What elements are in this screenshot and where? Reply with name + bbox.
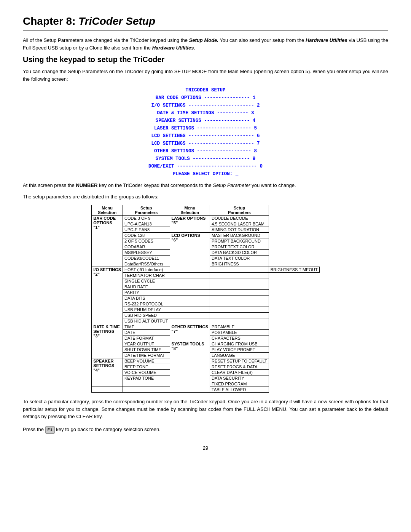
setup-menu-item-3: DATE & TIME SETTINGS ----------- 3: [23, 109, 388, 117]
table-row: SINGLE CYCLE: [92, 278, 319, 284]
right-empty-3b: [210, 284, 269, 290]
intro-paragraph: All of the Setup Parameters are changed …: [23, 37, 388, 51]
param-io-5: PARITY: [123, 290, 170, 296]
setup-menu-item-9: SYSTEM TOOLS -------------------- 9: [23, 155, 388, 163]
param-sys-2: PLAY VOICE PROMPT: [210, 347, 269, 353]
param-sys-3: LANGUAGE: [210, 353, 269, 358]
right-empty-2b: [210, 278, 269, 284]
param-io-1: HOST (I/O Interface): [123, 267, 170, 273]
table-row: CODE 128 LCD OPTIONS"6" MASTER BACKGROUN…: [92, 233, 319, 238]
menu-barcode: BAR CODEOPTIONS"1": [92, 216, 123, 267]
param-dt-2: DATE: [123, 330, 170, 335]
param-lcd-3: PROMT TEXT COLOR: [210, 244, 269, 250]
menu-other: OTHER SETTINGS"7": [170, 324, 210, 341]
table-row: USB HID SPEED: [92, 313, 319, 318]
param-spk-4: KEYPAD TONE: [123, 375, 170, 381]
param-io-4: BAUD RATE: [123, 284, 170, 290]
intro-text-2: You can also send your setup from the: [218, 37, 306, 43]
menu-speaker: SPEAKERSETTINGS"4": [92, 358, 123, 381]
param-lcd-8: BRIGHTNESS TIMEOUT: [269, 267, 319, 273]
param-sys-6: CLEAR DATA FILE(S): [210, 370, 269, 375]
setup-menu-item-1: BAR CODE OPTIONS ---------------- 1: [23, 94, 388, 102]
table-row: USB HID ALT OUTPUT: [92, 318, 319, 324]
param-sys-7: DATA SECURITY: [210, 375, 269, 381]
menu-datetime: DATE & TIMESETTINGS"3": [92, 324, 123, 358]
setup-menu-display: TRICODER SETUP BAR CODE OPTIONS --------…: [23, 86, 388, 178]
param-lcd-4: DATA BACKGD COLOR: [210, 250, 269, 256]
param-lcd-2: PROMPT BACKGROUND: [210, 238, 269, 244]
param-io-2: TERMINATOR CHAR: [123, 273, 170, 278]
param-sys-8: FIXED PROGRAM: [210, 381, 269, 387]
param-sys-1: CHARGING FROM USB: [210, 341, 269, 347]
param-barcode-5: 2 OF 5 CODES: [123, 238, 170, 244]
table-row: PARITY: [92, 290, 319, 296]
table-row: DATA BITS: [92, 296, 319, 301]
param-barcode-3: UPC-E EAN8: [123, 227, 170, 233]
param-lcd-5: DATA TEXT COLOR: [210, 256, 269, 261]
between-text: At this screen press the NUMBER key on t…: [23, 182, 388, 189]
col-header-setup-params-2: SetupParameters: [210, 205, 269, 216]
setup-menu-item-7: LCD SETTINGS ----------------------- 7: [23, 140, 388, 147]
col-header-menu-sel-2: MenuSelection: [170, 205, 210, 216]
param-spk-3: VOICE VOLUME: [123, 370, 170, 375]
bottom-paragraph: To select a particular category, press t…: [23, 398, 388, 420]
chapter-title-text: TriCoder Setup: [78, 15, 155, 27]
param-other-2: POSTAMBLE: [210, 330, 269, 335]
right-empty-3: [170, 284, 210, 290]
setup-menu-item-8: OTHER SETTINGS ------------------- 8: [23, 147, 388, 155]
setup-menu-prompt: PLEASE SELECT OPTION: _: [23, 170, 388, 178]
setup-menu-item-4: SPEAKER SETTINGS ---------------- 4: [23, 117, 388, 125]
right-empty-5b: [210, 296, 269, 301]
right-empty-7: [170, 307, 210, 313]
right-empty-6: [170, 301, 210, 307]
intro-text-4: .: [194, 45, 195, 51]
f1-text-after: key to go back to the category selection…: [55, 427, 161, 432]
param-laser-1: DOUBLE DECODE: [210, 216, 269, 221]
col-header-setup-params-1: SetupParameters: [123, 205, 170, 216]
param-io-10: USB HID ALT OUTPUT: [123, 318, 170, 324]
menu-systools: SYSTEM TOOLS"8": [170, 341, 210, 393]
param-other-1: PREAMBLE: [210, 324, 269, 330]
right-empty-1: [170, 273, 210, 278]
intro-bold-3: Hardware Utilities: [152, 45, 194, 51]
param-barcode-1: CODE 3 OF 9: [123, 216, 170, 221]
press-f1-paragraph: Press the F1 key to go back to the categ…: [23, 426, 388, 434]
param-barcode-4: CODE 128: [123, 233, 170, 238]
table-row: DATE & TIMESETTINGS"3" TIME OTHER SETTIN…: [92, 324, 319, 330]
param-barcode-2: UPC-A EAN13: [123, 221, 170, 227]
empty-left-2: [123, 381, 170, 387]
param-spk-1: BEEP VOLUME: [123, 358, 170, 364]
param-dt-5: SHUT DOWN TIME: [123, 347, 170, 353]
param-dt-6: DATE/TIME FORMAT: [123, 353, 170, 358]
param-sys-4: RESET SETUP TO DEFAULT: [210, 358, 269, 364]
intro-text-1: All of the Setup Parameters are changed …: [23, 37, 189, 43]
param-sys-9: TABLE ALLOWED: [210, 387, 269, 393]
intro-bold-1: Setup Mode.: [189, 37, 218, 43]
section-title: Using the keypad to setup the TriCoder: [23, 55, 388, 64]
setup-menu-item-0: DONE/EXIT ---------------------------- 0: [23, 163, 388, 170]
right-empty-4b: [210, 290, 269, 296]
menu-laser: LASER OPTIONS"5": [170, 216, 210, 233]
intro-bold-2: Hardware Utilities: [306, 37, 347, 43]
chapter-label: Chapter 8:: [23, 15, 75, 27]
param-laser-2: 4.5 SECOND LASER BEAM: [210, 221, 269, 227]
param-sys-5: RESET PROGS & DATA: [210, 364, 269, 370]
setup-menu-title: TRICODER SETUP: [23, 86, 388, 94]
f1-text-before: Press the: [23, 427, 45, 432]
right-empty-4: [170, 290, 210, 296]
right-empty-5: [170, 296, 210, 301]
right-empty-9: [170, 318, 210, 324]
section-intro: You can change the Setup Parameters on t…: [23, 68, 388, 83]
param-io-9: USB HID SPEED: [123, 313, 170, 318]
right-empty-2: [170, 278, 210, 284]
setup-parameters-table: MenuSelection SetupParameters MenuSelect…: [91, 205, 319, 393]
right-empty-8: [170, 313, 210, 318]
setup-table-section: MenuSelection SetupParameters MenuSelect…: [23, 205, 388, 393]
setup-menu-item-2: I/O SETTINGS ----------------------- 2: [23, 102, 388, 109]
f1-badge: F1: [45, 426, 55, 434]
table-row: RS-232 PROTOCOL: [92, 301, 319, 307]
param-io-6: DATA BITS: [123, 296, 170, 301]
param-dt-4: YEAR OUTPUT: [123, 341, 170, 347]
param-barcode-6: CODABAR: [123, 244, 170, 250]
param-barcode-8: CODE93/CODE11: [123, 256, 170, 261]
